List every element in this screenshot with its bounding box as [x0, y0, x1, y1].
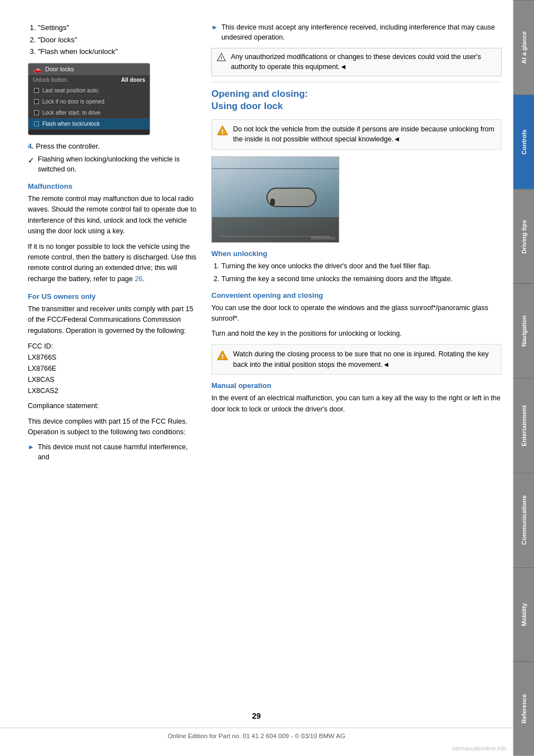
for-us-body1: The transmitter and receiver units compl…: [28, 304, 200, 336]
page-ref-link[interactable]: 26: [135, 275, 142, 283]
page-wrapper: "Settings" "Door locks" "Flash when lock…: [0, 0, 534, 756]
opening-closing-heading: Opening and closing:Using door lock: [211, 88, 502, 112]
bullet-item-2: ► This device must accept any interferen…: [211, 22, 502, 42]
triangle-icon: [216, 52, 226, 62]
list-item-2: "Door locks": [38, 35, 200, 46]
page-number: 29: [0, 711, 513, 720]
convenient-body-1: You can use the door lock to operate the…: [211, 303, 502, 325]
screen-item-1: Last seat position auto.: [28, 85, 150, 96]
when-unlocking-item-2: Turning the key a second time unlocks th…: [221, 274, 502, 284]
sidebar-tab-driving-tips[interactable]: Driving tips: [513, 189, 534, 284]
right-column: ► This device must accept any interferen…: [211, 22, 502, 734]
intro-list: "Settings" "Door locks" "Flash when lock…: [38, 22, 200, 57]
car-icon: 🚗: [33, 65, 42, 73]
fcc-ids: FCC ID: LX8766S LX8766E LX8CAS LX8CAS2: [28, 341, 200, 396]
when-unlocking-item-1: Turning the key once unlocks the driver'…: [221, 261, 502, 272]
screen-item-3: Lock after start. to drive: [28, 107, 150, 119]
section-divider: [211, 82, 502, 82]
sidebar-tab-mobility[interactable]: Mobility: [513, 567, 534, 662]
sidebar-tab-communications[interactable]: Communications: [513, 473, 534, 567]
checkbox-2: [34, 99, 39, 104]
sidebar-tab-entertainment[interactable]: Entertainment: [513, 378, 534, 473]
watch-warning: Watch during the closing process to be s…: [211, 344, 502, 375]
when-unlocking-heading: When unlocking: [211, 249, 502, 258]
svg-point-8: [222, 358, 223, 359]
unlock-row: Unlock button: All doors: [28, 75, 150, 85]
triangle-note: Any unauthorized modifications or change…: [211, 48, 502, 76]
compliance-label: Compliance statement:: [28, 401, 200, 411]
arrow-icon-2: ►: [211, 23, 218, 32]
checkbox-4: [34, 121, 39, 126]
left-column: "Settings" "Door locks" "Flash when lock…: [28, 22, 200, 734]
checkmark-icon: ✓: [28, 155, 34, 166]
warning-icon: [216, 125, 229, 137]
screen-item-2: Lock if no door is opened: [28, 96, 150, 107]
checkbox-1: [34, 88, 39, 93]
sidebar-tab-at-a-glance[interactable]: At a glance: [513, 0, 534, 95]
sidebar-tab-reference[interactable]: Reference: [513, 661, 534, 756]
sidebar-tab-navigation[interactable]: Navigation: [513, 283, 534, 378]
warning-block-1: Do not lock the vehicle from the outside…: [211, 119, 502, 150]
step-4-label: 4. Press the controller.: [28, 141, 200, 152]
screen-simulation: 🚗 Door locks Unlock button: All doors La…: [28, 63, 150, 135]
sidebar: At a glance Controls Driving tips Naviga…: [513, 0, 534, 756]
malfunctions-body-1: The remote control may malfunction due t…: [28, 194, 200, 237]
list-item-3: "Flash when lock/unlock": [38, 46, 200, 57]
screen-title-bar: 🚗 Door locks: [28, 63, 150, 75]
malfunctions-heading: Malfunctions: [28, 182, 200, 190]
manual-operation-body: In the event of an electrical malfunctio…: [211, 393, 502, 415]
bullet-item-1: ► This device must not cause harmful int…: [28, 442, 200, 462]
page-footer: Online Edition for Part no. 01 41 2 604 …: [0, 728, 513, 739]
site-watermark: carmanualsonline.info: [452, 745, 506, 752]
malfunctions-body-2: If it is no longer possible to lock the …: [28, 242, 200, 285]
checkbox-3: [34, 110, 39, 115]
screen-item-4: Flash when lock/unlock: [28, 119, 150, 130]
manual-operation-heading: Manual operation: [211, 381, 502, 390]
for-us-heading: For US owners only: [28, 292, 200, 301]
sidebar-tab-controls[interactable]: Controls: [513, 95, 534, 189]
image-watermark: W2024051X: [311, 235, 335, 240]
convenient-heading: Convenient opening and closing: [211, 291, 502, 300]
watch-warning-icon: [216, 350, 229, 362]
svg-point-2: [221, 60, 221, 60]
when-unlocking-list: Turning the key once unlocks the driver'…: [221, 261, 502, 284]
checkmark-note: ✓ Flashing when locking/unlocking the ve…: [28, 155, 200, 174]
svg-point-5: [222, 133, 223, 134]
main-content: "Settings" "Door locks" "Flash when lock…: [0, 0, 513, 756]
arrow-icon-1: ►: [28, 443, 34, 452]
compliance-body: This device complies with part 15 of the…: [28, 416, 200, 438]
convenient-body-2: Turn and hold the key in the positions f…: [211, 328, 502, 339]
list-item-1: "Settings": [38, 22, 200, 33]
door-image: W2024051X: [211, 156, 339, 243]
